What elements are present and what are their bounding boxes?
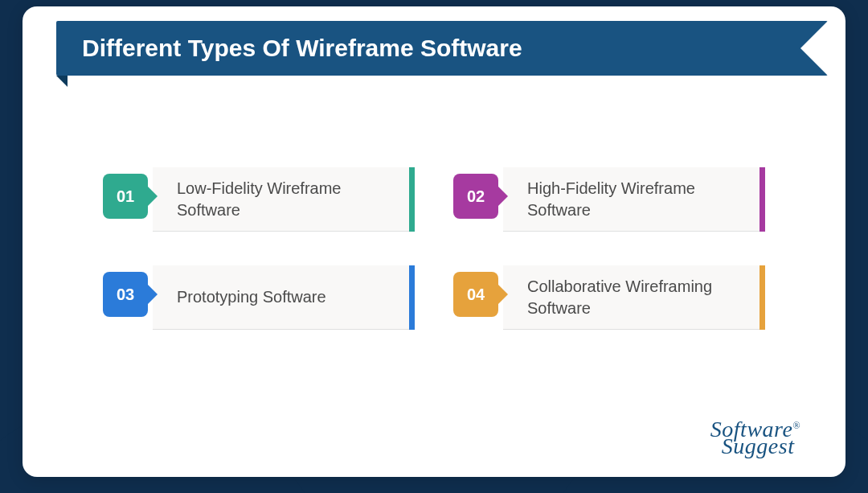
item-number-badge: 04 [453,272,498,317]
item-label: Prototyping Software [177,286,326,308]
brand-line2: Suggest [722,436,800,456]
badge-arrow-icon [498,187,508,206]
ribbon-fold-decoration [56,76,68,87]
list-item: 02 High-Fidelity Wireframe Software [453,167,765,232]
item-body: Prototyping Software [153,265,409,330]
list-item: 04 Collaborative Wireframing Software [453,265,765,330]
item-body: Collaborative Wireframing Software [503,265,760,330]
list-item: 01 Low-Fidelity Wireframe Software [103,167,415,232]
item-number-badge: 01 [103,174,148,219]
list-item: 03 Prototyping Software [103,265,415,330]
badge-arrow-icon [498,285,508,304]
item-number-badge: 02 [453,174,498,219]
item-body: High-Fidelity Wireframe Software [503,167,760,232]
ribbon-notch-decoration [800,21,828,76]
badge-arrow-icon [148,285,158,304]
item-label: Collaborative Wireframing Software [527,276,743,319]
title-ribbon: Different Types Of Wireframe Software [56,21,828,76]
content-card: Different Types Of Wireframe Software 01… [23,6,845,477]
registered-mark: ® [792,419,800,430]
badge-arrow-icon [148,187,158,206]
item-body: Low-Fidelity Wireframe Software [153,167,409,232]
item-label: Low-Fidelity Wireframe Software [177,178,393,221]
item-end-accent [760,265,765,330]
item-number-badge: 03 [103,272,148,317]
page-title: Different Types Of Wireframe Software [82,35,522,62]
item-label: High-Fidelity Wireframe Software [527,178,743,221]
types-grid: 01 Low-Fidelity Wireframe Software 02 Hi… [103,167,765,330]
item-end-accent [760,167,765,232]
brand-logo: Software® Suggest [710,419,800,456]
item-end-accent [409,265,415,330]
item-end-accent [409,167,415,232]
